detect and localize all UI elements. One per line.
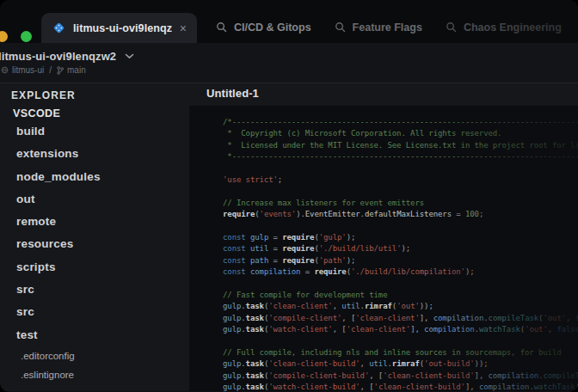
code-line: const util = require('./build/lib/util')… — [223, 243, 578, 254]
repo-org[interactable]: litmus-ui — [12, 65, 44, 75]
sidebar-folder-remote[interactable]: remote — [16, 211, 189, 233]
editor-tab-untitled[interactable]: Untitled-1 — [206, 87, 259, 100]
sidebar-folder-node_modules[interactable]: node_modules — [16, 166, 189, 188]
search-icon — [335, 21, 346, 33]
file-list: .editorconfig.eslintignore — [0, 346, 189, 384]
code-line: * Copyright (c) Microsoft Corporation. A… — [223, 128, 578, 139]
chevron-down-icon[interactable] — [125, 53, 134, 59]
code-line: // Fast compile for development time — [223, 290, 578, 301]
sidebar-folder-extensions[interactable]: extensions — [16, 143, 189, 165]
explorer-sidebar: EXPLORER VSCODE buildextensionsnode_modu… — [0, 83, 189, 391]
repo-title: litmus-ui-ovi9lenqzw2 — [0, 50, 116, 63]
code-line: const compilation = require('./build/lib… — [223, 266, 578, 278]
code-line — [223, 221, 578, 232]
code-line: gulp.task('clean-client', util.rimraf('o… — [223, 301, 578, 312]
minimize-traffic-light[interactable] — [0, 31, 8, 42]
code-line: require('events').EventEmitter.defaultMa… — [223, 209, 578, 220]
tab-menu-item[interactable]: Feature Flags — [335, 21, 422, 34]
breadcrumb-separator: / — [49, 65, 52, 75]
code-line: /*--------------------------------------… — [223, 117, 578, 128]
app-window: litmus-ui-ovi9lenqzw2 × CI/CD & GitopsFe… — [0, 0, 578, 392]
code-line: // Full compile, including nls and inlin… — [223, 347, 578, 358]
tab-menu-item[interactable]: CI/CD & Gitops — [216, 21, 311, 34]
code-line: gulp.task('watch-client', ['clean-client… — [223, 324, 578, 335]
code-line: * Licensed under the MIT License. See Li… — [223, 140, 578, 151]
litmus-logo-icon — [52, 21, 65, 34]
tab-menu-item-label: Feature Flags — [353, 21, 422, 34]
browser-tab-bar: litmus-ui-ovi9lenqzw2 × CI/CD & GitopsFe… — [0, 0, 578, 43]
tab-menu-item-label: CI/CD & Gitops — [234, 21, 311, 34]
code-line: gulp.task('watch-client-build', ['clean-… — [223, 382, 578, 391]
sidebar-file-eslintignore[interactable]: .eslintignore — [21, 365, 189, 384]
active-browser-tab[interactable]: litmus-ui-ovi9lenqzw2 × — [41, 13, 197, 43]
folder-list: buildextensionsnode_modulesoutremotereso… — [0, 120, 189, 346]
branch-name[interactable]: main — [67, 65, 86, 75]
editor-pane: Untitled-1 /*---------------------------… — [189, 83, 578, 391]
zoom-traffic-light[interactable] — [21, 31, 32, 42]
search-icon — [216, 21, 227, 33]
code-line — [223, 163, 578, 175]
code-line — [223, 335, 578, 346]
sidebar-folder-out[interactable]: out — [16, 188, 189, 211]
sidebar-folder-test[interactable]: test — [16, 324, 189, 346]
repo-breadcrumb: litmus-ui / main — [1, 65, 578, 75]
sidebar-folder-src[interactable]: src — [16, 279, 189, 301]
tab-title: litmus-ui-ovi9lenqzw2 — [73, 22, 172, 34]
sidebar-folder-scripts[interactable]: scripts — [16, 256, 189, 279]
globe-icon — [1, 66, 9, 74]
sidebar-folder-build[interactable]: build — [16, 120, 189, 143]
main-content: EXPLORER VSCODE buildextensionsnode_modu… — [0, 83, 578, 391]
code-line — [223, 186, 578, 197]
code-line: *---------------------------------------… — [223, 151, 578, 162]
repo-header: litmus-ui-ovi9lenqzw2 litmus-ui / main — [0, 43, 578, 83]
code-line: const path = require('path'); — [223, 255, 578, 266]
sidebar-file-editorconfig[interactable]: .editorconfig — [21, 346, 189, 365]
tab-menu-item-label: Chaos Engineering — [464, 21, 562, 34]
code-line: gulp.task('compile-client', ['clean-clie… — [223, 313, 578, 324]
tab-menu-item[interactable]: Chaos Engineering — [446, 21, 562, 34]
code-line — [223, 278, 578, 289]
code-line: // Increase max listeners for event emit… — [223, 198, 578, 209]
code-line: gulp.task('compile-client-build', ['clea… — [223, 371, 578, 382]
search-icon — [446, 21, 457, 33]
code-line: 'use strict'; — [223, 175, 578, 186]
code-line: const gulp = require('gulp'); — [223, 232, 578, 243]
editor-tab-bar: Untitled-1 — [189, 83, 578, 106]
code-line: gulp.task('clean-client-build', util.rim… — [223, 358, 578, 370]
code-area: /*--------------------------------------… — [189, 106, 578, 391]
tab-menu: CI/CD & GitopsFeature FlagsChaos Enginee… — [216, 0, 578, 43]
sidebar-folder-resources[interactable]: resources — [16, 233, 189, 255]
explorer-header: EXPLORER — [11, 89, 189, 101]
tree-root-vscode[interactable]: VSCODE — [13, 107, 189, 119]
tab-close-icon[interactable]: × — [180, 22, 187, 34]
git-branch-icon — [57, 66, 64, 75]
sidebar-folder-src[interactable]: src — [16, 301, 189, 323]
editor-body[interactable]: /*--------------------------------------… — [189, 106, 578, 391]
